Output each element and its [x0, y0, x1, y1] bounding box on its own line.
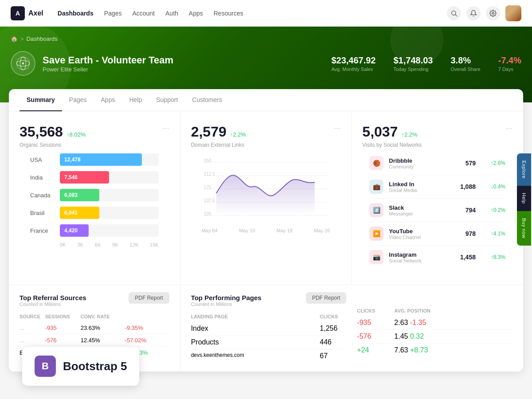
logo-icon: A: [11, 6, 25, 20]
svg-point-2: [492, 12, 494, 14]
hero-stat-1: $1,748.03 Today Spending: [394, 55, 433, 72]
bar-row: France 4,420: [30, 224, 159, 237]
social-row: 🏀 Dribbble Community 579 ↑2.6%: [369, 152, 505, 175]
hero-title: Save Earth - Volunteer Team: [43, 55, 173, 66]
pages-panel: Top Performing Pages Counted in Millions…: [180, 285, 523, 372]
svg-line-1: [455, 15, 457, 16]
social-row: ▶️ YouTube Video Channel 978 ↑4.1%: [369, 222, 505, 246]
stat-label-0: Organic Sessions: [20, 142, 169, 148]
stat-panel-0: ··· 35,568 ↑8.02% Organic Sessions USA 1…: [9, 111, 180, 285]
tab-support[interactable]: Support: [149, 89, 185, 111]
hero-stat-0: $23,467.92 Avg. Monthly Sales: [331, 55, 376, 72]
nav-links: Dashboards Pages Account Auth Apps Resou…: [58, 10, 447, 17]
svg-point-6: [22, 63, 24, 65]
pages-row-1: Products 446: [191, 336, 347, 349]
settings-icon[interactable]: [486, 6, 500, 20]
sidebar-explore[interactable]: Explore: [517, 153, 531, 186]
chart-x-labels: May 04 May 10 May 18 May 26: [202, 228, 330, 233]
notifications-icon[interactable]: [466, 6, 481, 20]
pages-stats-2: +24 7.63 +8.73: [357, 344, 512, 357]
referral-table-header: SOURCE SESSIONS CONV. RATE: [20, 314, 169, 319]
hero-stats: $23,467.92 Avg. Monthly Sales $1,748.03 …: [331, 55, 521, 72]
pages-pdf-btn[interactable]: PDF Report: [306, 292, 346, 304]
stat-number-2: 5,037: [362, 124, 398, 140]
tab-summary[interactable]: Summary: [20, 89, 62, 111]
referral-pdf-btn[interactable]: PDF Report: [129, 292, 169, 304]
stat-panel-1: ··· 2,579 ↑2.2% Domain External Links 25…: [180, 111, 352, 285]
nav-auth[interactable]: Auth: [165, 10, 178, 17]
right-sidebar: Explore Help Buy now: [516, 0, 532, 380]
stat-change-0: ↑8.02%: [66, 131, 86, 138]
svg-text:175: 175: [203, 185, 211, 190]
pages-right: CLICKS AVG. POSITION -935 2.63 -1.35 -57…: [357, 294, 512, 363]
line-chart: 250 212.5 175 137.5 100: [191, 148, 341, 244]
app-logo[interactable]: A Axel: [11, 6, 43, 20]
stat-label-1: Domain External Links: [191, 142, 341, 148]
pages-row-2: devs.keenthemes.com 67: [191, 349, 347, 363]
pages-title: Top Performing Pages: [191, 294, 262, 301]
svg-point-4: [17, 61, 30, 66]
stats-row: ··· 35,568 ↑8.02% Organic Sessions USA 1…: [9, 111, 523, 285]
bootstrap-badge: B Bootstrap 5: [22, 347, 139, 380]
hero-text: Save Earth - Volunteer Team Power Elite …: [43, 55, 173, 73]
topnav: A Axel Dashboards Pages Account Auth App…: [0, 0, 532, 27]
svg-text:100: 100: [203, 211, 211, 216]
pages-left: Top Performing Pages Counted in Millions…: [191, 294, 347, 363]
nav-apps[interactable]: Apps: [189, 10, 203, 17]
referral-sub: Counted in Millions: [20, 301, 86, 307]
referral-row-0: ... -935 23.63% -9.35%: [20, 322, 169, 334]
svg-text:137.5: 137.5: [203, 198, 215, 203]
svg-point-3: [17, 57, 30, 70]
topnav-right: [447, 5, 521, 21]
sidebar-buy[interactable]: Buy now: [517, 211, 531, 246]
main-card: Summary Pages Apps Help Support Customer…: [9, 89, 523, 372]
app-name: Axel: [28, 9, 43, 17]
stat-more-1[interactable]: ···: [334, 124, 340, 133]
pages-row-0: Index 1,256: [191, 322, 347, 336]
home-icon[interactable]: 🏠: [11, 35, 18, 42]
stat-panel-2: ··· 5,037 ↑2.2% Visits by Social Network…: [352, 111, 523, 285]
svg-point-0: [452, 11, 456, 15]
nav-account[interactable]: Account: [132, 10, 155, 17]
stat-number-0: 35,568: [20, 124, 63, 140]
nav-resources[interactable]: Resources: [214, 10, 243, 17]
bar-row: India 7,546: [30, 171, 159, 184]
svg-text:212.5: 212.5: [203, 172, 215, 176]
stat-more-2[interactable]: ···: [506, 124, 512, 133]
bootstrap-icon: B: [35, 356, 56, 377]
svg-point-5: [20, 57, 26, 70]
tab-pages[interactable]: Pages: [62, 89, 94, 111]
line-chart-svg: 250 212.5 175 137.5 100: [202, 153, 330, 224]
hero-subtitle: Power Elite Seller: [43, 66, 173, 73]
sidebar-help[interactable]: Help: [517, 186, 531, 211]
stat-change-1: ↑2.2%: [230, 131, 246, 138]
bar-row: Canada 6,083: [30, 189, 159, 201]
social-section: 🏀 Dribbble Community 579 ↑2.6% 💼 Linked …: [362, 148, 512, 276]
pages-stats-1: -576 1.45 0.32: [357, 330, 512, 344]
pages-sub: Counted in Millions: [191, 301, 262, 307]
bar-row: USA 12,478: [30, 153, 159, 166]
bar-row: Brasil 6,041: [30, 207, 159, 219]
nav-pages[interactable]: Pages: [104, 10, 122, 17]
svg-text:250: 250: [203, 158, 211, 163]
nav-dashboards[interactable]: Dashboards: [58, 10, 94, 17]
social-row: #️⃣ Slack Messanger 794 ↑0.2%: [369, 199, 505, 222]
tabs: Summary Pages Apps Help Support Customer…: [9, 89, 523, 111]
breadcrumb: 🏠 > Dashboards: [11, 35, 521, 42]
team-logo: [11, 51, 35, 76]
social-row: 💼 Linked In Social Media 1,088 ↓0.4%: [369, 175, 505, 199]
stat-number-1: 2,579: [191, 124, 227, 140]
stat-more-0[interactable]: ···: [163, 124, 169, 133]
referral-row-1: ... -576 12.45% -57.02%: [20, 334, 169, 347]
bar-chart: USA 12,478 India 7,546 Canada 6,083 Bras…: [20, 148, 169, 258]
stat-label-2: Visits by Social Networks: [362, 142, 512, 148]
tab-help[interactable]: Help: [122, 89, 149, 111]
referral-title: Top Referral Sources: [20, 294, 86, 301]
pages-stats-0: -935 2.63 -1.35: [357, 316, 512, 330]
tab-apps[interactable]: Apps: [94, 89, 122, 111]
hero-content: Save Earth - Volunteer Team Power Elite …: [11, 51, 521, 76]
search-icon[interactable]: [447, 6, 461, 20]
hero-stat-2: 3.8% Overall Share: [450, 55, 480, 72]
tab-customers[interactable]: Customers: [185, 89, 229, 111]
stat-change-2: ↑2.2%: [401, 131, 417, 138]
